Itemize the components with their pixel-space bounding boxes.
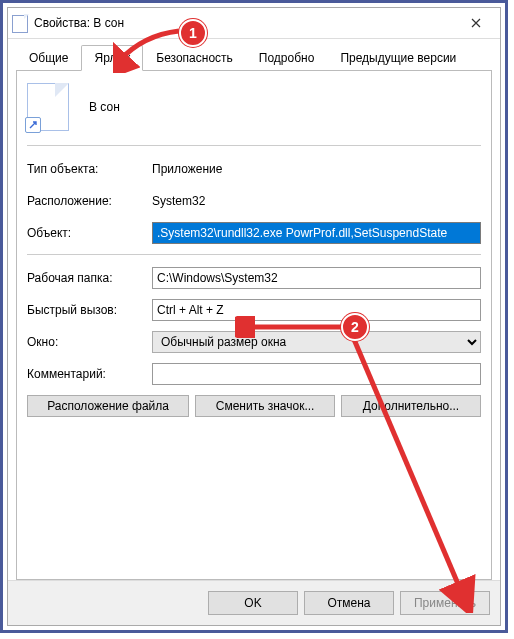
label-run: Окно: (27, 335, 152, 349)
titlebar: Свойства: В сон (8, 8, 500, 39)
cancel-button[interactable]: Отмена (304, 591, 394, 615)
tab-previous-versions[interactable]: Предыдущие версии (327, 45, 469, 71)
label-location: Расположение: (27, 194, 152, 208)
tabstrip: Общие Ярлык Безопасность Подробно Предыд… (16, 45, 492, 71)
shortcut-name: В сон (89, 100, 120, 114)
close-button[interactable] (456, 9, 496, 37)
close-icon (471, 18, 481, 28)
shortcut-file-icon (12, 15, 28, 31)
label-hotkey: Быстрый вызов: (27, 303, 152, 317)
tab-shortcut[interactable]: Ярлык (81, 45, 143, 71)
input-start-in[interactable] (152, 267, 481, 289)
label-target: Объект: (27, 226, 152, 240)
open-file-location-button[interactable]: Расположение файла (27, 395, 189, 417)
window-title: Свойства: В сон (34, 16, 124, 30)
annotation-badge-2: 2 (341, 313, 369, 341)
label-target-type: Тип объекта: (27, 162, 152, 176)
apply-button[interactable]: Применить (400, 591, 490, 615)
ok-button[interactable]: OK (208, 591, 298, 615)
change-icon-button[interactable]: Сменить значок... (195, 395, 335, 417)
input-comment[interactable] (152, 363, 481, 385)
tabpanel-shortcut: В сон Тип объекта: Приложение Расположен… (16, 71, 492, 580)
shortcut-large-icon (27, 83, 69, 131)
value-location: System32 (152, 194, 481, 208)
value-target-type: Приложение (152, 162, 481, 176)
input-hotkey[interactable] (152, 299, 481, 321)
annotation-badge-1: 1 (179, 19, 207, 47)
advanced-button[interactable]: Дополнительно... (341, 395, 481, 417)
dialog-footer: OK Отмена Применить (8, 580, 500, 625)
properties-dialog: Свойства: В сон Общие Ярлык Безопасность… (7, 7, 501, 626)
label-comment: Комментарий: (27, 367, 152, 381)
tab-details[interactable]: Подробно (246, 45, 328, 71)
label-start-in: Рабочая папка: (27, 271, 152, 285)
shortcut-arrow-icon (25, 117, 41, 133)
select-run[interactable]: Обычный размер окна (152, 331, 481, 353)
input-target[interactable] (152, 222, 481, 244)
tab-security[interactable]: Безопасность (143, 45, 246, 71)
tab-general[interactable]: Общие (16, 45, 81, 71)
